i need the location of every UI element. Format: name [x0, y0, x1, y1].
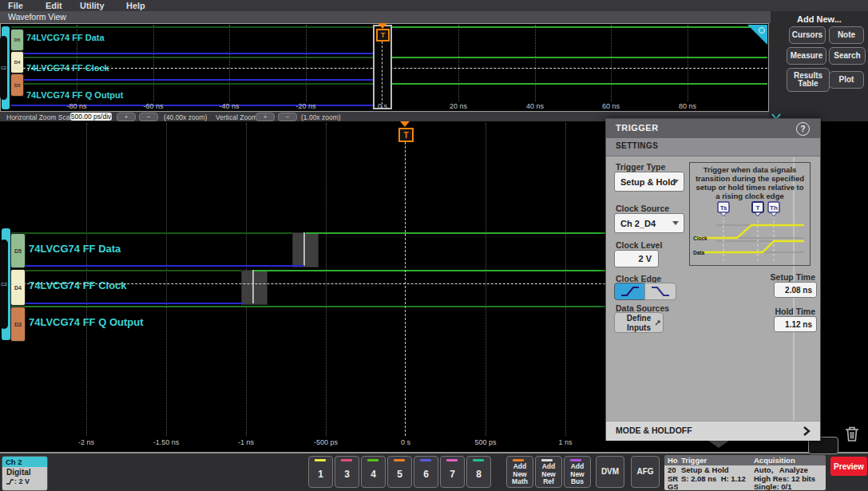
digital-channel-7-button[interactable]: 7: [440, 456, 465, 488]
channel-label-clock[interactable]: 74LVCG74 FF Clock: [29, 279, 127, 291]
h-zoom-scale-field[interactable]: 500.00 ps/div: [70, 113, 112, 121]
add-new-ref-label: Add New Ref: [536, 463, 561, 486]
svg-text:Th: Th: [770, 204, 778, 212]
trigger-panel: TRIGGER ? SETTINGS Trigger Type Setup & …: [605, 118, 821, 441]
gridline: [458, 25, 459, 101]
digital-channel-number: 8: [476, 469, 482, 480]
trigger-description: Trigger when data signals transition dur…: [690, 163, 810, 200]
svg-text:Ts: Ts: [720, 204, 727, 212]
threshold-edge-icon: [6, 478, 14, 485]
channel-group-grip[interactable]: C2: [0, 240, 8, 329]
trigger-position-arrow-icon[interactable]: [378, 23, 387, 29]
trigger-type-value: Setup & Hold: [615, 177, 676, 187]
hold-time-field[interactable]: 1.12 ns: [774, 316, 817, 332]
channel-label-data[interactable]: 74LVCG74 FF Data: [29, 243, 121, 255]
gridline: [153, 25, 154, 101]
waveform-view-tab[interactable]: Waveform View: [8, 12, 66, 22]
mode-holdoff-bar[interactable]: MODE & HOLDOFF: [606, 421, 820, 441]
channel-badge-d4[interactable]: D4: [10, 51, 24, 73]
axis-label: -2 ns: [64, 438, 109, 446]
menu-edit[interactable]: Edit: [46, 1, 62, 10]
add-plot-button[interactable]: Plot: [829, 71, 864, 89]
trigger-flag-icon[interactable]: T: [398, 128, 414, 142]
channel-label-q[interactable]: 74LVCG74 FF Q Output: [29, 316, 144, 328]
channel-badge-d4[interactable]: D4: [10, 269, 26, 306]
menu-help[interactable]: Help: [126, 1, 145, 10]
add-new-bus-button[interactable]: Add New Bus: [564, 456, 591, 488]
clock-source-label: Clock Source: [616, 204, 669, 213]
menu-utility[interactable]: Utility: [80, 1, 105, 10]
digital-channel-number: 7: [450, 469, 455, 480]
afg-button[interactable]: AFG: [631, 456, 660, 488]
channel-badge-d5[interactable]: D5: [10, 233, 26, 268]
h-zoom-minus-button[interactable]: −: [139, 113, 158, 121]
chevron-down-icon: [672, 180, 679, 184]
v-zoom-minus-button[interactable]: −: [278, 113, 297, 121]
axis-label: -20 ns: [283, 102, 328, 110]
channel-badge-d3[interactable]: D3: [10, 73, 24, 97]
add-new-math-button[interactable]: Add New Math: [506, 456, 533, 488]
digital-channel-6-button[interactable]: 6: [414, 456, 438, 488]
digital-channel-8-button[interactable]: 8: [466, 456, 491, 488]
trash-icon[interactable]: [841, 423, 863, 445]
gridline: [229, 25, 230, 101]
channel-badge-d5[interactable]: D5: [10, 29, 24, 51]
trigger-position-arrow-icon[interactable]: [400, 121, 410, 127]
menu-file[interactable]: File: [8, 1, 23, 10]
add-new-ref-button[interactable]: Add New Ref: [535, 456, 562, 488]
gridline: [688, 25, 688, 101]
trigger-panel-titlebar[interactable]: TRIGGER ?: [606, 119, 820, 138]
tab-settings[interactable]: SETTINGS: [606, 138, 820, 156]
magnifier-icon: [759, 27, 765, 34]
digital-channel-number: 4: [371, 469, 376, 480]
channel-group-grip[interactable]: C2: [0, 36, 7, 100]
t-flag-icon: T: [752, 202, 763, 216]
add-results-table-button[interactable]: Results Table: [787, 68, 830, 92]
add-cursors-button[interactable]: Cursors: [789, 26, 826, 44]
add-note-button[interactable]: Note: [829, 26, 864, 44]
trigger-panel-title: TRIGGER: [616, 123, 659, 133]
clock-transition-band: [241, 270, 268, 305]
panel-collapse-notch[interactable]: [708, 441, 729, 448]
preview-button[interactable]: Preview: [830, 457, 867, 476]
channel-color-stripe: [394, 459, 405, 461]
digital-channel-1-button[interactable]: 1: [308, 456, 333, 488]
acquisition-badge[interactable]: Acquisition Auto, Analyze High Res: 12 b…: [751, 455, 826, 490]
dvm-button[interactable]: DVM: [596, 456, 624, 488]
channel-2-badge[interactable]: Ch 2 Digital : 2 V: [2, 456, 48, 491]
axis-label: 60 ns: [589, 102, 633, 110]
acquisition-count: Single: 0/1: [754, 483, 822, 490]
clock-level-field[interactable]: 2 V: [614, 250, 659, 267]
digital-channel-3-button[interactable]: 3: [335, 456, 359, 488]
channel-badge-d3[interactable]: D3: [10, 307, 26, 342]
trigger-status-badge[interactable]: Trigger Setup & Hold S: 2.08 ns H: 1.12 …: [678, 455, 747, 490]
axis-label: 40 ns: [513, 102, 557, 110]
data-transition-edge: [303, 232, 305, 266]
axis-label: -40 ns: [207, 102, 252, 110]
digital-channel-4-button[interactable]: 4: [361, 456, 386, 488]
add-measure-button[interactable]: Measure: [787, 47, 826, 65]
clock-transition-edge: [252, 270, 254, 303]
axis-label: -1.50 ns: [144, 438, 188, 446]
v-zoom-plus-button[interactable]: +: [256, 113, 275, 121]
trace-data-high: [392, 26, 767, 28]
clock-source-dropdown[interactable]: Ch 2_D4: [614, 213, 684, 233]
rising-edge-icon: [618, 285, 642, 298]
setup-time-field[interactable]: 2.08 ns: [774, 282, 817, 298]
clock-edge-rising-button[interactable]: [614, 283, 646, 300]
define-inputs-button[interactable]: Define Inputs: [614, 312, 664, 333]
clock-edge-falling-button[interactable]: [644, 283, 676, 300]
trigger-times-status: S: 2.08 ns H: 1.12 ns: [681, 475, 743, 484]
channel-label-data[interactable]: 74LVCG74 FF Data: [26, 33, 105, 42]
add-search-button[interactable]: Search: [829, 47, 866, 65]
trigger-type-dropdown[interactable]: Setup & Hold: [614, 172, 684, 192]
acquisition-title: Acquisition: [751, 455, 826, 465]
h-zoom-plus-button[interactable]: +: [117, 113, 136, 121]
channel-label-q[interactable]: 74LVCG74 FF Q Output: [26, 90, 123, 100]
help-icon[interactable]: ?: [796, 122, 810, 136]
trigger-flag-icon[interactable]: T: [376, 29, 390, 42]
digital-channel-5-button[interactable]: 5: [387, 456, 412, 488]
trace-data-high: [306, 232, 605, 234]
axis-label: 0 s: [383, 438, 428, 446]
trigger-type-label: Trigger Type: [616, 162, 665, 172]
